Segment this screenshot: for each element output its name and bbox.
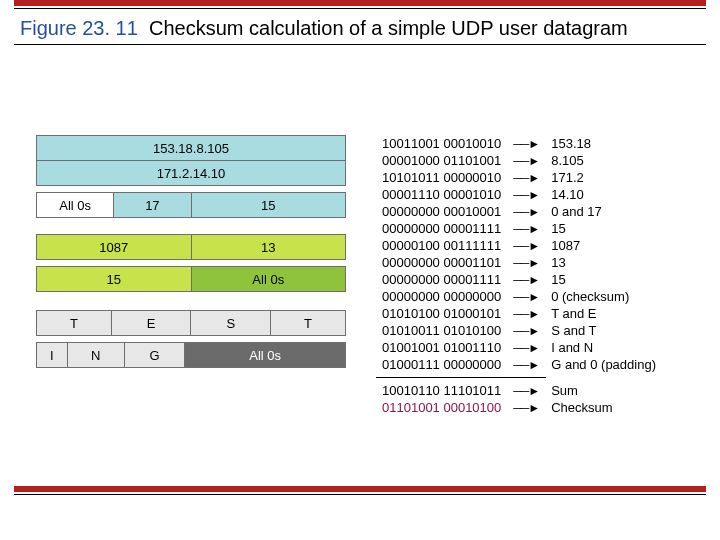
- desc: G and 0 (padding): [545, 356, 662, 373]
- udp-header-1: 1087 13: [36, 234, 346, 260]
- pseudo-header-ips: 153.18.8.105 171.2.14.10: [36, 135, 346, 186]
- arrow-icon: ──►: [507, 305, 545, 322]
- char-S: S: [191, 311, 271, 336]
- udp-length-cell: 15: [191, 193, 346, 218]
- binary-calculation: 10011001 00010010──►153.18 00001000 0110…: [376, 135, 662, 416]
- arrow-icon: ──►: [507, 254, 545, 271]
- arrow-icon: ──►: [507, 220, 545, 237]
- dst-ip: 171.2.14.10: [37, 161, 346, 186]
- dst-port: 13: [191, 235, 346, 260]
- char-I: I: [37, 343, 68, 368]
- arrow-icon: ──►: [507, 382, 545, 399]
- calc-row: 01000111 00000000──►G and 0 (padding): [376, 356, 662, 373]
- calc-rows: 10011001 00010010──►153.18 00001000 0110…: [376, 135, 662, 373]
- arrow-icon: ──►: [507, 339, 545, 356]
- char-G: G: [124, 343, 185, 368]
- desc: 14.10: [545, 186, 662, 203]
- calc-row: 00000000 00010001──►0 and 17: [376, 203, 662, 220]
- bits: 00000000 00010001: [376, 203, 507, 220]
- title-underline: [14, 44, 706, 45]
- char-T1: T: [37, 311, 112, 336]
- bits: 01000111 00000000: [376, 356, 507, 373]
- arrow-icon: ──►: [507, 399, 545, 416]
- desc: 1087: [545, 237, 662, 254]
- arrow-icon: ──►: [507, 169, 545, 186]
- bits: 00000000 00001111: [376, 271, 507, 288]
- top-red-bar: [14, 0, 706, 6]
- char-T2: T: [271, 311, 346, 336]
- bits: 01010100 01000101: [376, 305, 507, 322]
- calc-table: 10011001 00010010──►153.18 00001000 0110…: [376, 135, 662, 373]
- padding: All 0s: [185, 343, 346, 368]
- arrow-icon: ──►: [507, 135, 545, 152]
- bits: 10101011 00000010: [376, 169, 507, 186]
- desc: 171.2: [545, 169, 662, 186]
- result-table: 10010110 11101011──►Sum 01101001 0001010…: [376, 382, 619, 416]
- udp-header-2: 15 All 0s: [36, 266, 346, 292]
- calc-row: 00000000 00001111──►15: [376, 220, 662, 237]
- calc-row: 01001001 01001110──►I and N: [376, 339, 662, 356]
- desc: 8.105: [545, 152, 662, 169]
- bits: 00001000 01101001: [376, 152, 507, 169]
- arrow-icon: ──►: [507, 356, 545, 373]
- bits: 00000100 00111111: [376, 237, 507, 254]
- calc-row: 00001000 01101001──►8.105: [376, 152, 662, 169]
- src-port: 1087: [37, 235, 192, 260]
- calc-row: 10101011 00000010──►171.2: [376, 169, 662, 186]
- bits: 00000000 00000000: [376, 288, 507, 305]
- sum-row: 10010110 11101011──►Sum: [376, 382, 619, 399]
- bits: 10011001 00010010: [376, 135, 507, 152]
- figure-title: Figure 23. 11 Checksum calculation of a …: [20, 17, 720, 40]
- desc: 0 and 17: [545, 203, 662, 220]
- bottom-red-bar: [14, 486, 706, 492]
- desc: S and T: [545, 322, 662, 339]
- calc-row: 00001110 00001010──►14.10: [376, 186, 662, 203]
- arrow-icon: ──►: [507, 288, 545, 305]
- desc: 0 (checksum): [545, 288, 662, 305]
- bottom-black-line: [14, 494, 706, 495]
- calc-row: 10011001 00010010──►153.18: [376, 135, 662, 152]
- packet-layout: 153.18.8.105 171.2.14.10 All 0s 17 15 10…: [36, 135, 346, 416]
- desc: 15: [545, 271, 662, 288]
- arrow-icon: ──►: [507, 203, 545, 220]
- src-ip: 153.18.8.105: [37, 136, 346, 161]
- figure-number: Figure 23. 11: [20, 17, 138, 39]
- checksum-bits: 01101001 00010100: [376, 399, 507, 416]
- arrow-icon: ──►: [507, 271, 545, 288]
- checksum-row: 01101001 00010100──►Checksum: [376, 399, 619, 416]
- figure-caption: Checksum calculation of a simple UDP use…: [149, 17, 628, 39]
- bits: 01001001 01001110: [376, 339, 507, 356]
- char-N: N: [67, 343, 124, 368]
- pseudo-header-proto: All 0s 17 15: [36, 192, 346, 218]
- calc-row: 01010100 01000101──►T and E: [376, 305, 662, 322]
- arrow-icon: ──►: [507, 152, 545, 169]
- arrow-icon: ──►: [507, 186, 545, 203]
- calc-row: 01010011 01010100──►S and T: [376, 322, 662, 339]
- calc-row: 00000000 00001111──►15: [376, 271, 662, 288]
- data-row-2: I N G All 0s: [36, 342, 346, 368]
- char-E: E: [111, 311, 191, 336]
- arrow-icon: ──►: [507, 237, 545, 254]
- sum-divider: [376, 377, 546, 378]
- data-row-1: T E S T: [36, 310, 346, 336]
- bits: 00000000 00001111: [376, 220, 507, 237]
- bits: 00000000 00001101: [376, 254, 507, 271]
- desc: I and N: [545, 339, 662, 356]
- desc: 13: [545, 254, 662, 271]
- sum-bits: 10010110 11101011: [376, 382, 507, 399]
- bits: 01010011 01010100: [376, 322, 507, 339]
- sum-label: Sum: [545, 382, 618, 399]
- calc-row: 00000000 00000000──►0 (checksum): [376, 288, 662, 305]
- length: 15: [37, 267, 192, 292]
- zeros-cell: All 0s: [37, 193, 114, 218]
- top-black-line: [14, 8, 706, 9]
- bits: 00001110 00001010: [376, 186, 507, 203]
- diagram-body: 153.18.8.105 171.2.14.10 All 0s 17 15 10…: [36, 135, 720, 416]
- desc: T and E: [545, 305, 662, 322]
- checksum-label: Checksum: [545, 399, 618, 416]
- desc: 153.18: [545, 135, 662, 152]
- arrow-icon: ──►: [507, 322, 545, 339]
- protocol-cell: 17: [114, 193, 191, 218]
- calc-row: 00000100 00111111──►1087: [376, 237, 662, 254]
- calc-row: 00000000 00001101──►13: [376, 254, 662, 271]
